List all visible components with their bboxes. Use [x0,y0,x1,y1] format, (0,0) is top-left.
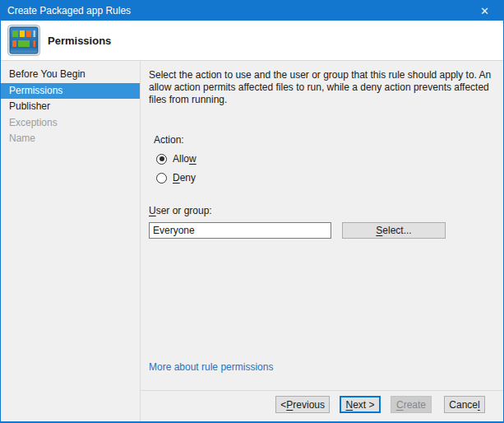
allow-radio-label: Allow [173,153,197,165]
previous-button[interactable]: < Previous [275,396,330,413]
close-button[interactable]: ✕ [466,1,503,21]
create-packaged-app-rules-dialog: Create Packaged app Rules ✕ Perm [0,0,504,423]
step-before-you-begin: Before You Begin [1,67,140,83]
wizard-header: Permissions [1,21,503,61]
wizard-content: Select the action to use and the user or… [141,61,503,421]
wizard-body: Before You Begin Permissions Publisher E… [1,61,503,421]
page-title: Permissions [48,35,111,47]
radio-option-allow[interactable]: Allow [156,153,493,165]
user-group-label: User or group: [149,205,493,216]
step-publisher: Publisher [1,99,140,115]
step-permissions: Permissions [1,83,140,100]
step-name: Name [1,131,140,147]
title-bar: Create Packaged app Rules ✕ [1,1,503,21]
create-button: Create [391,396,432,413]
radio-option-deny[interactable]: Deny [156,172,493,184]
window-title: Create Packaged app Rules [1,5,466,16]
packaged-app-tiles-icon [7,25,40,56]
content-spacer [149,239,493,361]
deny-radio-label: Deny [173,172,196,184]
next-button[interactable]: Next > [340,396,381,413]
cancel-button[interactable]: Cancel [444,396,485,413]
content-body: Select the action to use and the user or… [141,61,503,390]
step-exceptions: Exceptions [1,115,140,132]
page-description: Select the action to use and the user or… [149,69,501,106]
action-label: Action: [154,134,493,146]
user-group-section: User or group: Select... [149,205,493,239]
allow-radio-button[interactable] [156,154,167,165]
user-group-input[interactable] [149,222,331,239]
select-user-button[interactable]: Select... [342,222,446,239]
action-section: Action: Allow Deny [154,134,493,184]
more-about-rule-permissions-link[interactable]: More about rule permissions [149,361,273,373]
deny-radio-button[interactable] [156,173,167,184]
wizard-footer: < Previous Next > Create Cancel [141,390,503,421]
wizard-steps-sidebar: Before You Begin Permissions Publisher E… [1,61,141,421]
close-icon: ✕ [480,5,489,17]
user-group-field-row: Select... [149,222,493,239]
